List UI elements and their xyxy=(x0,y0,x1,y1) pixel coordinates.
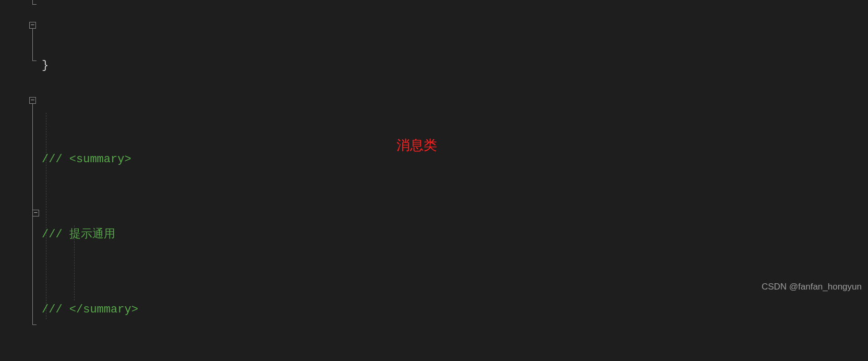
fold-toggle-icon[interactable]: − xyxy=(29,97,36,104)
fold-toggle-icon[interactable]: − xyxy=(29,22,36,29)
xml-doc-comment: /// 提示通用 xyxy=(42,228,115,241)
gutter: − − − xyxy=(0,0,31,361)
fold-toggle-icon[interactable]: − xyxy=(32,210,39,216)
watermark: CSDN @fanfan_hongyun xyxy=(762,278,862,296)
brace-close: } xyxy=(42,59,49,72)
xml-doc-comment: /// <summary> xyxy=(42,153,131,166)
xml-doc-comment: /// </summary> xyxy=(42,303,138,316)
code-area: } /// <summary> /// 提示通用 /// </summary> … xyxy=(42,0,593,361)
code-editor[interactable]: − − − } /// <summary> /// 提示通用 /// </sum… xyxy=(0,0,868,300)
annotation-label: 消息类 xyxy=(396,136,437,154)
